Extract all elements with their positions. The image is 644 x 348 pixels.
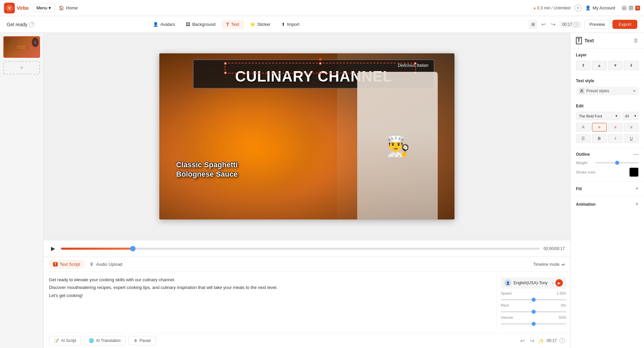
- close-button[interactable]: ✕: [635, 6, 640, 10]
- pitch-label-row: Pitch 0%: [501, 303, 566, 307]
- delete-button[interactable]: 🗑: [633, 38, 639, 44]
- font-size-selector[interactable]: 43 ▾: [623, 112, 639, 120]
- time-current: 00:00: [544, 246, 554, 251]
- timeline-mode-icon: ⇌: [561, 262, 565, 267]
- edit-section: Edit The Bold Font ▾ 43 ▾ A ≡: [571, 100, 644, 147]
- ai-script-icon: 📝: [54, 338, 59, 343]
- play-button[interactable]: ▶: [49, 245, 57, 253]
- grid-button[interactable]: ⊞: [529, 20, 537, 29]
- script-help-icon[interactable]: ?: [559, 338, 565, 343]
- avatars-button[interactable]: 👤 Avatars: [148, 20, 180, 29]
- align-center-button[interactable]: ≡: [592, 123, 607, 132]
- secondary-toolbar: Get ready ? 👤 Avatars 🖼 Background T Tex…: [0, 16, 644, 33]
- font-row: The Bold Font ▾ 43 ▾: [576, 112, 639, 120]
- outline-collapse-button[interactable]: —: [633, 151, 639, 157]
- project-help-button[interactable]: ?: [29, 22, 35, 27]
- align-justify-button[interactable]: ≡: [624, 123, 639, 132]
- credits-display: ♦ 0.3 min / Unlimited: [533, 5, 571, 11]
- account-icon: 👤: [585, 5, 591, 10]
- right-panel: T Text 🗑 Layer ⬆ ▲ ▼ ⬇: [570, 33, 644, 348]
- underline-button[interactable]: U: [624, 134, 639, 143]
- volume-label-row: Volume 50%: [501, 315, 566, 319]
- account-button[interactable]: 👤 My Account: [585, 5, 615, 10]
- export-button[interactable]: Export: [612, 20, 637, 29]
- timeline-track[interactable]: [61, 248, 540, 250]
- restore-button[interactable]: ❐: [629, 6, 633, 10]
- add-slide-button[interactable]: +: [3, 61, 40, 74]
- layer-to-bottom-button[interactable]: ⬇: [624, 61, 639, 70]
- center-area: Delicious Italian CULINARY CHANNEL: [44, 33, 570, 348]
- preset-styles-selector[interactable]: A Preset styles ▾: [576, 87, 639, 95]
- project-name: Get ready ?: [7, 22, 35, 27]
- timeline-mode-toggle[interactable]: Timeline mode ⇌: [533, 262, 565, 267]
- svg-text:V: V: [8, 6, 11, 10]
- volume-control: Volume 50%: [501, 315, 566, 326]
- app-logo: V Virbo: [4, 3, 29, 13]
- timeline-time: 00:00/00:17: [544, 246, 565, 251]
- align-left-button[interactable]: A: [576, 123, 591, 132]
- bold-button[interactable]: B: [592, 134, 607, 143]
- layer-up-icon: ▲: [597, 63, 601, 68]
- voice-selector[interactable]: 👤 English(USA)-Tony › ▶: [501, 277, 566, 289]
- stroke-color-picker[interactable]: [629, 167, 639, 177]
- stroke-row: Stroke color: [576, 167, 639, 177]
- outline-section: Outline — Weight 10 Stroke color: [571, 147, 644, 181]
- timeline-mode-label: Timeline mode: [533, 262, 559, 267]
- layer-up-button[interactable]: ▲: [592, 61, 607, 70]
- background-button[interactable]: 🖼 Background: [181, 20, 220, 29]
- text-script-icon: T: [53, 262, 58, 266]
- layer-to-top-button[interactable]: ⬆: [576, 61, 591, 70]
- align-center-icon: ≡: [598, 125, 600, 130]
- pause-button[interactable]: ⏸ Pause: [128, 336, 156, 345]
- font-selector[interactable]: The Bold Font ▾: [576, 112, 621, 120]
- add-credits-button[interactable]: +: [575, 5, 581, 11]
- italic-button[interactable]: I: [608, 134, 623, 143]
- animation-header: Animation +: [576, 201, 639, 208]
- undo-button[interactable]: ↩: [540, 20, 547, 29]
- avatar-figure: 👨‍🍳: [357, 72, 438, 219]
- volume-slider[interactable]: [501, 323, 566, 325]
- animation-title: Animation: [576, 202, 596, 207]
- speed-slider[interactable]: [501, 299, 566, 300]
- canvas-text2: Classic Spaghetti Bolognese Sauce: [176, 160, 237, 179]
- preview-button[interactable]: Preview: [584, 20, 610, 29]
- credits-value: 0.3 min / Unlimited: [537, 6, 570, 10]
- text-script-label: Text Script: [60, 262, 80, 267]
- weight-row: Weight 10: [576, 161, 639, 165]
- script-redo-button[interactable]: ↪: [529, 336, 536, 345]
- text-button[interactable]: T Text: [222, 20, 244, 29]
- layer-down-icon: ▼: [613, 63, 617, 68]
- import-button[interactable]: ⬆ Import: [277, 20, 304, 29]
- list-format-button[interactable]: ☰: [576, 134, 591, 143]
- weight-slider[interactable]: [595, 162, 639, 163]
- volume-value: 50%: [559, 315, 566, 319]
- audio-upload-tab[interactable]: 🎙 Audio Upload: [86, 260, 126, 269]
- text-script-tab[interactable]: T Text Script: [49, 260, 84, 269]
- home-button[interactable]: 🏠 Home: [59, 5, 78, 10]
- voice-avatar: 👤: [504, 279, 512, 287]
- speed-label: Speed: [501, 291, 512, 295]
- ai-script-button[interactable]: 📝 AI Script: [49, 336, 81, 345]
- layer-section: Layer ⬆ ▲ ▼ ⬇: [571, 49, 644, 74]
- animation-add-button[interactable]: +: [635, 201, 639, 208]
- fill-add-button[interactable]: +: [635, 185, 639, 192]
- layer-down-button[interactable]: ▼: [608, 61, 623, 70]
- slide-item-1[interactable]: 1 CULINARYCHANNEL 👤: [3, 36, 40, 58]
- main-layout: 1 CULINARYCHANNEL 👤 +: [0, 33, 644, 348]
- pitch-label: Pitch: [501, 303, 509, 307]
- align-right-button[interactable]: ≡: [608, 123, 623, 132]
- ai-translation-button[interactable]: 🌐 AI Translation: [84, 336, 125, 345]
- pitch-slider[interactable]: [501, 311, 566, 312]
- sticker-button[interactable]: ⭐ Sticker: [245, 20, 275, 29]
- menu-button[interactable]: Menu ▾: [33, 4, 55, 12]
- redo-button[interactable]: ↪: [550, 20, 557, 29]
- font-size-chevron: ▾: [634, 114, 636, 118]
- script-undo-button[interactable]: ↩: [519, 336, 526, 345]
- minimize-button[interactable]: —: [622, 6, 627, 10]
- text-icon: T: [226, 22, 229, 27]
- logo-text: Virbo: [17, 5, 29, 11]
- time-help-icon[interactable]: ?: [574, 22, 579, 27]
- pause-icon: ⏸: [133, 338, 138, 343]
- voice-name: English(USA)-Tony: [514, 281, 550, 285]
- voice-play-button[interactable]: ▶: [555, 279, 563, 287]
